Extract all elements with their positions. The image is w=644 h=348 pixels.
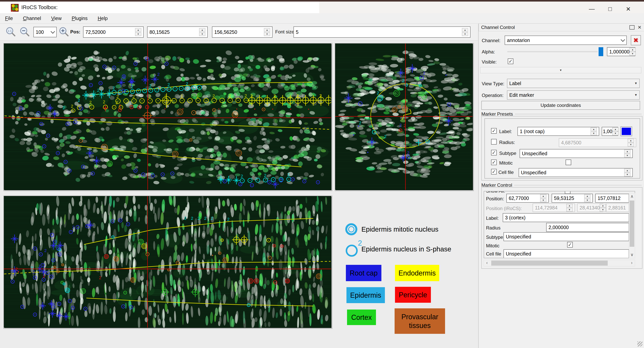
mc-position-y-spinbox[interactable]: 59,53125 ▲▼ [552,194,593,203]
preset-mitotic-checkbox[interactable]: ✓ [491,159,497,165]
svg-text:2: 2 [116,100,118,105]
svg-text:2: 2 [186,81,188,86]
mc-irocs-z: 2,88161 [608,205,626,211]
pos-z-value: 156,56250 [214,29,237,35]
mc-label-field[interactable]: 3 (cortex) [503,213,629,222]
menu-channel[interactable]: Channel [18,16,46,21]
zoom-out-icon[interactable] [20,27,30,37]
menu-help[interactable]: Help [92,16,112,21]
spinner-buttons[interactable]: ▲▼ [590,127,597,135]
legend-class-rootcap: Root cap [346,265,382,281]
svg-text:2: 2 [32,269,35,274]
zoom-in-icon[interactable] [59,27,69,37]
alpha-spinbox[interactable]: 1,000000 ▲▼ [607,47,635,56]
annotation-overlay: 222222222222222222222222222222222 [4,44,331,190]
resize-grip[interactable] [638,341,642,346]
mc-subtype-field[interactable]: Unspecified [504,232,629,241]
svg-text:2: 2 [44,248,46,253]
spinner-buttons[interactable]: ▲▼ [612,127,618,135]
spinner-buttons[interactable]: ▲▼ [624,150,630,157]
zoom-reset-icon[interactable]: 1:1 [6,27,16,37]
spinner-buttons[interactable]: ▲▼ [584,194,590,202]
legend-class-provascular: Provascular tissues [394,308,445,334]
spinner-buttons[interactable]: ▲▼ [135,28,141,36]
hscrollbar-thumb[interactable] [491,261,608,266]
scroll-right-icon[interactable]: › [630,260,634,265]
mc-position-z-spinbox[interactable]: 157,07812 [595,194,629,203]
preset-radius-checkbox[interactable] [491,139,497,144]
preset-subtype-spinbox[interactable]: Unspecified ▲▼ [520,149,633,158]
marker-control-hscrollbar[interactable]: ‹ › [484,260,635,266]
close-panel-icon[interactable]: ✕ [638,25,642,30]
spinner-buttons[interactable]: ▲▼ [264,28,270,36]
collapse-expander-button[interactable]: ▼ [480,67,641,73]
alpha-slider-handle[interactable] [598,47,603,56]
marker-control-vscrollbar[interactable]: ∧ ∨ [629,193,635,258]
mc-position-x-spinbox[interactable]: 62,77000 ▲▼ [506,194,549,203]
legend-class-cortex: Cortex [347,309,376,325]
preset-cellfile-spinbox[interactable]: Unspecified ▲▼ [518,168,633,177]
channel-combobox[interactable]: annotarion [505,36,627,45]
pos-x-spinbox[interactable]: 72,52000 ▲▼ [83,27,144,38]
spinner-buttons[interactable]: ▲▼ [462,28,468,36]
maximize-button[interactable]: □ [601,3,619,15]
alpha-slider-track[interactable] [507,51,598,52]
preset-label-checkbox[interactable]: ✓ [491,128,497,134]
svg-text:2: 2 [264,173,266,178]
vscrollbar-thumb[interactable] [630,201,634,247]
preset-color-button[interactable] [620,126,632,136]
menu-plugins[interactable]: Plugins [66,16,92,21]
update-coordinates-button[interactable]: Update coordinates [481,101,640,110]
mc-mitotic-checkbox[interactable]: ✓ [567,242,573,248]
scroll-down-icon[interactable]: ∨ [629,252,635,257]
spinner-buttons[interactable]: ▲▼ [540,194,546,202]
scroll-left-icon[interactable]: ‹ [485,260,489,265]
s-phase-nucleus-icon: 2 [344,240,363,259]
preset-label-spinbox[interactable]: 1 (root cap) ▲▼ [518,127,599,136]
pos-z-spinbox[interactable]: 156,56250 ▲▼ [212,27,272,38]
svg-text:2: 2 [119,103,121,108]
spinner-buttons[interactable]: ▲▼ [628,139,634,146]
preset-subtype-checkbox[interactable]: ✓ [491,150,497,155]
spinner-buttons[interactable]: ▲▼ [624,169,630,177]
panel-title: Channel Control [481,25,515,30]
menu-view[interactable]: View [46,16,66,21]
preset-alpha-spinbox[interactable]: 1,00 ▲▼ [602,127,618,136]
spinner-buttons[interactable]: ▲▼ [630,48,636,56]
mc-label-value: 3 (cortex) [505,215,526,221]
minimize-button[interactable]: — [583,3,601,15]
svg-text:2: 2 [97,88,100,93]
orthoview-zy[interactable]: 22222222 [335,43,474,191]
preset-mitotic-value-checkbox[interactable] [566,159,571,165]
spinner-buttons[interactable]: ▲▼ [600,204,606,212]
scroll-up-icon[interactable]: ∧ [629,194,635,199]
check-icon: ✓ [492,128,496,133]
font-size-spinbox[interactable]: 5 ▲▼ [294,27,470,38]
legend-item-sphase: Epidermis nucleus in S-phase [362,245,451,253]
mc-radius-field[interactable]: 2,000000 [546,223,629,232]
minimize-icon: — [589,6,595,12]
show-all-label: Show All: [486,191,505,194]
visible-checkbox[interactable]: ✓ [508,59,514,64]
view-type-combobox[interactable]: Label ▼ [507,79,640,88]
operation-combobox[interactable]: Edit marker ▼ [507,90,640,100]
close-button[interactable]: ✕ [619,3,638,15]
show-all-checkbox[interactable] [565,191,570,194]
spinner-buttons[interactable]: ▲▼ [199,28,205,36]
preset-mitotic-label: Mitotic [499,160,512,166]
delete-channel-button[interactable]: ✖ [631,35,641,45]
preset-cellfile-checkbox[interactable]: ✓ [491,169,497,175]
mc-position-z: 157,07812 [598,196,620,201]
orthoview-xy[interactable]: 222222222222222222222222222222222 [4,43,332,191]
mc-subtype-label: Subtype [486,235,503,240]
spinner-buttons[interactable]: ▲▼ [566,204,572,212]
mc-cellfile-field[interactable]: Unspecified [504,249,629,258]
menu-file[interactable]: File [0,16,18,21]
float-panel-icon[interactable] [630,25,634,30]
title-bar[interactable]: IRoCS Toolbox: — □ ✕ [0,2,644,13]
panel-header[interactable]: Channel Control ✕ [479,24,644,31]
svg-text:2: 2 [402,78,404,83]
zoom-level-combobox[interactable]: 100 [34,27,57,37]
orthoview-xz[interactable]: 2222222222222 [4,196,332,329]
pos-y-spinbox[interactable]: 80,15625 ▲▼ [147,27,208,38]
